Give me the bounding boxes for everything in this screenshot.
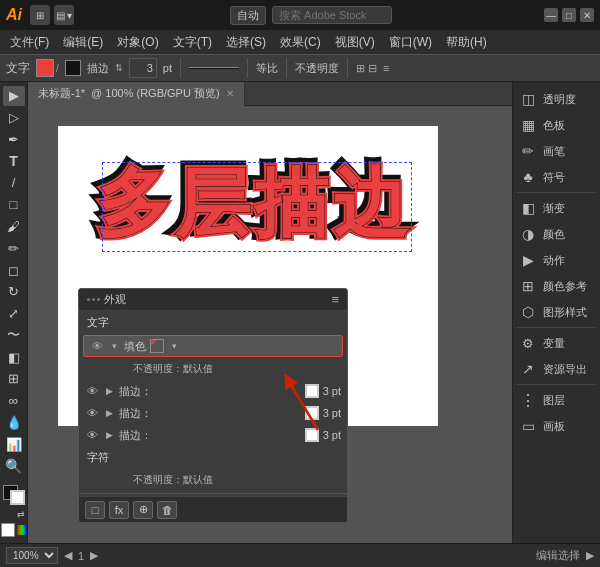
- stroke1-expand[interactable]: ▶: [103, 385, 115, 397]
- copy-item-btn[interactable]: ⊕: [133, 501, 153, 519]
- right-panel-brushes[interactable]: ✏ 画笔: [513, 138, 600, 164]
- right-panel-colorguide[interactable]: ⊞ 颜色参考: [513, 273, 600, 299]
- menu-help[interactable]: 帮助(H): [440, 32, 493, 53]
- menu-select[interactable]: 选择(S): [220, 32, 272, 53]
- fill-eye-icon[interactable]: 👁: [90, 339, 104, 353]
- fx-btn[interactable]: fx: [109, 501, 129, 519]
- layers-icon: ⋮: [519, 391, 537, 409]
- right-panel-symbols[interactable]: ♣ 符号: [513, 164, 600, 190]
- transparency-icon: ◫: [519, 90, 537, 108]
- view-toggle[interactable]: ▤ ▾: [54, 5, 74, 25]
- right-divider3: [517, 384, 596, 385]
- fill-dropdown-icon[interactable]: ▾: [168, 340, 180, 352]
- stroke-width-input[interactable]: [129, 58, 157, 78]
- zoom-tool[interactable]: 🔍: [3, 456, 25, 476]
- page-number: 1: [78, 550, 84, 562]
- type-tool[interactable]: T: [3, 151, 25, 171]
- add-fill-btn[interactable]: □: [85, 501, 105, 519]
- fill-row[interactable]: 👁 ▾ 填色 ▾: [83, 335, 343, 357]
- opacity-label[interactable]: 不透明度：默认值: [103, 362, 213, 376]
- right-panel-transparency[interactable]: ◫ 透明度: [513, 86, 600, 112]
- panel-menu-btn[interactable]: ≡: [331, 292, 339, 307]
- menu-effect[interactable]: 效果(C): [274, 32, 327, 53]
- stroke-color-swatch[interactable]: [65, 60, 81, 76]
- direct-select-tool[interactable]: ▷: [3, 108, 25, 128]
- right-panel-gradient[interactable]: ◧ 渐变: [513, 195, 600, 221]
- chart-tool[interactable]: 📊: [3, 434, 25, 454]
- maximize-button[interactable]: □: [562, 8, 576, 22]
- menu-edit[interactable]: 编辑(E): [57, 32, 109, 53]
- zoom-dropdown[interactable]: 100% 50% 200%: [6, 547, 58, 564]
- right-panel-swatches[interactable]: ▦ 色板: [513, 112, 600, 138]
- brushes-label: 画笔: [543, 144, 565, 159]
- stroke3-eye[interactable]: 👁: [85, 428, 99, 442]
- canvas-tabs: 未标题-1* @ 100% (RGB/GPU 预览) ✕: [28, 82, 512, 106]
- right-panel-export[interactable]: ↗ 资源导出: [513, 356, 600, 382]
- menu-object[interactable]: 对象(O): [111, 32, 164, 53]
- swap-colors[interactable]: ⇄: [3, 509, 25, 519]
- colorguide-label: 颜色参考: [543, 279, 587, 294]
- rect-tool[interactable]: □: [3, 195, 25, 215]
- app-logo: Ai: [6, 6, 22, 24]
- delete-item-btn[interactable]: 🗑: [157, 501, 177, 519]
- right-panel-vars[interactable]: ⚙ 变量: [513, 330, 600, 356]
- main-area: ▶ ▷ ✒ T / □ 🖌 ✏ ◻ ↻ ⤢ 〜 ◧ ⊞ ∞ 💧 📊 🔍 ⇄: [0, 82, 600, 543]
- status-arrow-left[interactable]: ◀: [64, 549, 72, 562]
- color-label: 颜色: [543, 227, 565, 242]
- fill-swatch[interactable]: [150, 339, 164, 353]
- menu-text[interactable]: 文字(T): [167, 32, 218, 53]
- swatches-icon: ▦: [519, 116, 537, 134]
- fill-expand-icon[interactable]: ▾: [108, 340, 120, 352]
- stroke2-label: 描边：: [119, 406, 301, 421]
- status-arrow-right[interactable]: ▶: [90, 549, 98, 562]
- auto-dropdown[interactable]: 自动: [230, 6, 266, 25]
- color-icon: ◑: [519, 225, 537, 243]
- right-panel-color[interactable]: ◑ 颜色: [513, 221, 600, 247]
- eraser-tool[interactable]: ◻: [3, 260, 25, 280]
- stroke1-eye[interactable]: 👁: [85, 384, 99, 398]
- brushes-icon: ✏: [519, 142, 537, 160]
- minimize-button[interactable]: —: [544, 8, 558, 22]
- right-panel-artboards[interactable]: ▭ 画板: [513, 413, 600, 439]
- gradient-icon: ◧: [519, 199, 537, 217]
- rotate-tool[interactable]: ↻: [3, 282, 25, 302]
- scale-tool[interactable]: ⤢: [3, 304, 25, 324]
- fill-color-swatch[interactable]: [36, 59, 54, 77]
- canvas-content: 多层描边 多层描边 多层描边 多层描边 外观: [28, 106, 512, 543]
- workspace-icon[interactable]: ⊞: [30, 5, 50, 25]
- close-button[interactable]: ✕: [580, 8, 594, 22]
- pen-tool[interactable]: ✒: [3, 130, 25, 150]
- stroke2-expand[interactable]: ▶: [103, 407, 115, 419]
- select-tool[interactable]: ▶: [3, 86, 25, 106]
- ratio-label: 等比: [256, 61, 278, 76]
- none-color-btn[interactable]: [1, 523, 15, 537]
- menu-view[interactable]: 视图(V): [329, 32, 381, 53]
- stroke3-expand[interactable]: ▶: [103, 429, 115, 441]
- right-panel-actions[interactable]: ▶ 动作: [513, 247, 600, 273]
- right-panel-layers[interactable]: ⋮ 图层: [513, 387, 600, 413]
- align-icons: ⊞ ⊟: [356, 62, 377, 75]
- mesh-tool[interactable]: ⊞: [3, 369, 25, 389]
- stroke-box[interactable]: [10, 490, 25, 505]
- gradient-tool[interactable]: ◧: [3, 347, 25, 367]
- stock-search-input[interactable]: [272, 6, 392, 24]
- menu-file[interactable]: 文件(F): [4, 32, 55, 53]
- stroke2-eye[interactable]: 👁: [85, 406, 99, 420]
- menu-window[interactable]: 窗口(W): [383, 32, 438, 53]
- blend-tool[interactable]: ∞: [3, 391, 25, 411]
- canvas-tab-active[interactable]: 未标题-1* @ 100% (RGB/GPU 预览) ✕: [28, 82, 245, 106]
- right-panel-gstyles[interactable]: ⬡ 图形样式: [513, 299, 600, 325]
- gradient-btn[interactable]: [17, 525, 27, 535]
- pencil-tool[interactable]: ✏: [3, 238, 25, 258]
- stroke3-label: 描边：: [119, 428, 301, 443]
- tab-close-btn[interactable]: ✕: [226, 88, 234, 99]
- stroke1-label: 描边：: [119, 384, 301, 399]
- panel-divider: [79, 493, 347, 494]
- line-tool[interactable]: /: [3, 173, 25, 193]
- warp-tool[interactable]: 〜: [3, 325, 25, 345]
- paintbrush-tool[interactable]: 🖌: [3, 217, 25, 237]
- dot2: [92, 298, 95, 301]
- toolbar: 文字 / 描边 ⇅ pt 等比 不透明度 ⊞ ⊟ ≡: [0, 54, 600, 82]
- eyedropper-tool[interactable]: 💧: [3, 412, 25, 432]
- char-opacity-label: 不透明度：默认值: [103, 473, 213, 487]
